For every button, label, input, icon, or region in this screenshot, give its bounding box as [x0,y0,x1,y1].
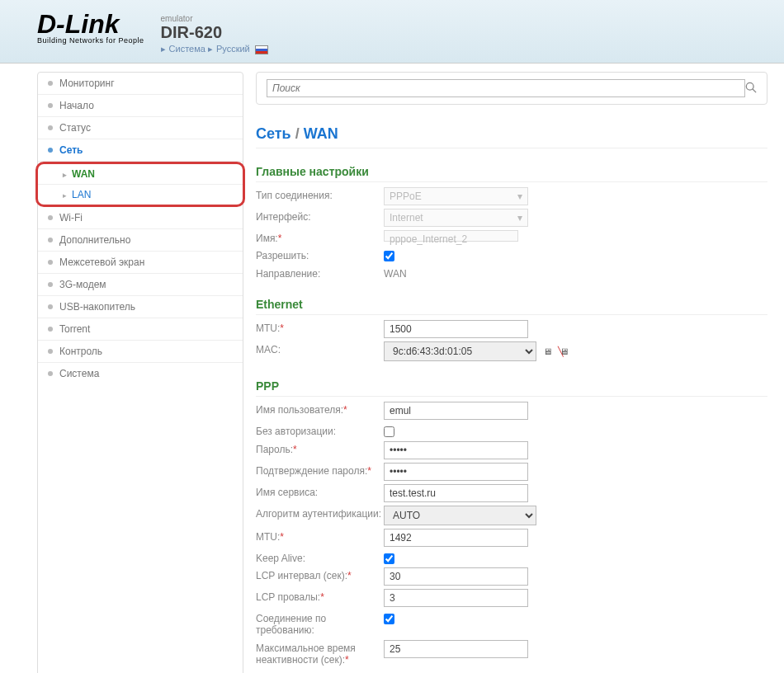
emulator-label: emulator [161,14,268,23]
input-name: pppoe_Internet_2 [384,230,518,242]
select-conn-type: PPPoE▾ [384,187,528,205]
sidebar-item-usb[interactable]: USB-накопитель [38,296,243,318]
section-ethernet: Ethernet [256,298,767,315]
label-keepalive: Keep Alive: [256,550,384,564]
crumb-language[interactable]: Русский [216,44,250,54]
input-lcp-int[interactable] [384,567,528,586]
input-lcp-fail[interactable] [384,589,528,607]
bullet-icon [48,349,53,354]
sidebar-sub-wan[interactable]: ▸WAN [38,164,243,185]
checkbox-ondemand[interactable] [384,614,394,624]
bullet-icon [48,81,53,86]
chevron-right-icon: ▸ [161,44,166,54]
sidebar-item-torrent[interactable]: Torrent [38,318,243,341]
label-pass: Пароль:* [256,441,384,455]
label-direction: Направление: [256,266,384,280]
sidebar-item-system[interactable]: Система [38,363,243,384]
model-label: DIR-620 [161,23,268,42]
sidebar-item-firewall[interactable]: Межсетевой экран [38,252,243,274]
flag-russia-icon[interactable] [255,45,268,54]
select-interface: Internet▾ [384,209,528,227]
header: D-Link Building Networks for People emul… [0,0,784,64]
breadcrumb-sep: / [295,125,300,142]
label-user: Имя пользователя:* [256,402,384,416]
section-ppp: PPP [256,379,767,397]
bullet-icon [48,304,53,309]
chevron-right-icon: ▸ [208,44,213,54]
logo: D-Link [37,12,144,36]
sidebar-item-status[interactable]: Статус [38,117,243,139]
input-user[interactable] [384,402,528,420]
sidebar-sub-lan[interactable]: ▸LAN [38,185,243,205]
input-service[interactable] [384,484,528,502]
sidebar-item-monitoring[interactable]: Мониторинг [38,73,243,95]
bullet-icon [48,238,53,242]
label-eth-mtu: MTU:* [256,320,384,334]
label-conn-type: Тип соединения: [256,187,384,201]
chevron-right-icon: ▸ [63,191,67,200]
value-direction: WAN [384,266,407,280]
chevron-down-icon: ▾ [517,212,522,224]
crumb-system[interactable]: Система [169,44,205,54]
label-ipext: PPP IP расширение: [256,670,384,673]
label-name: Имя:* [256,230,384,244]
sidebar-item-wifi[interactable]: Wi-Fi [38,207,243,229]
select-mac[interactable]: 9c:d6:43:3d:01:05 [384,341,536,361]
bullet-icon [48,125,53,130]
sidebar-item-start[interactable]: Начало [38,95,243,117]
chevron-right-icon: ▸ [63,171,67,179]
label-noauth: Без авторизации: [256,423,384,437]
label-ondemand: Соединение по требованию: [256,610,384,637]
checkbox-noauth[interactable] [384,426,394,437]
bullet-icon [48,260,53,265]
label-lcp-int: LCP интервал (сек):* [256,567,384,581]
checkbox-allow[interactable] [384,251,394,261]
search-input[interactable] [267,79,745,97]
sidebar: Мониторинг Начало Статус Сеть ▸WAN ▸LAN … [37,72,243,673]
label-service: Имя сервиса: [256,484,384,498]
sidebar-item-advanced[interactable]: Дополнительно [38,229,243,252]
logo-block: D-Link Building Networks for People [37,12,144,45]
breadcrumb-part1[interactable]: Сеть [256,125,291,142]
bullet-icon [48,327,53,332]
logo-tagline: Building Networks for People [37,36,144,45]
page-breadcrumb: Сеть / WAN [256,125,767,148]
checkbox-keepalive[interactable] [384,553,394,564]
svg-line-1 [753,88,756,92]
input-ppp-mtu[interactable] [384,529,528,547]
section-main-settings: Главные настройки [256,165,767,182]
bullet-icon [48,371,53,376]
label-lcp-fail: LCP провалы:* [256,589,384,603]
label-allow: Разрешить: [256,247,384,261]
highlight-box: ▸WAN ▸LAN [35,162,245,207]
bullet-icon [48,215,53,220]
header-crumbs: ▸Система ▸Русский [161,44,268,54]
search-bar [256,72,767,105]
input-eth-mtu[interactable] [384,320,528,338]
pc-clear-icon[interactable]: 🖥╲ [558,346,569,357]
bullet-icon [48,148,53,153]
label-mac: MAC: [256,341,384,355]
header-right: emulator DIR-620 ▸Система ▸Русский [161,12,268,54]
sidebar-item-control[interactable]: Контроль [38,341,243,363]
label-ppp-mtu: MTU:* [256,529,384,543]
input-idle[interactable] [384,640,528,658]
label-idle: Максимальное время неактивности (сек):* [256,640,384,666]
chevron-down-icon: ▾ [517,191,522,202]
sidebar-item-3g[interactable]: 3G-модем [38,274,243,296]
label-pass2: Подтверждение пароля:* [256,463,384,477]
input-pass[interactable] [384,441,528,459]
label-interface: Интерфейс: [256,209,384,223]
label-auth: Алгоритм аутентификации: [256,506,384,520]
bullet-icon [48,103,53,108]
pc-icon[interactable]: 🖥 [541,346,553,357]
select-auth[interactable]: AUTO [384,506,536,525]
input-pass2[interactable] [384,463,528,481]
breadcrumb-part2: WAN [304,125,338,142]
sidebar-item-network[interactable]: Сеть [38,139,243,162]
search-icon[interactable] [745,82,757,96]
bullet-icon [48,282,53,287]
main-content: Сеть / WAN Главные настройки Тип соедине… [256,72,767,673]
